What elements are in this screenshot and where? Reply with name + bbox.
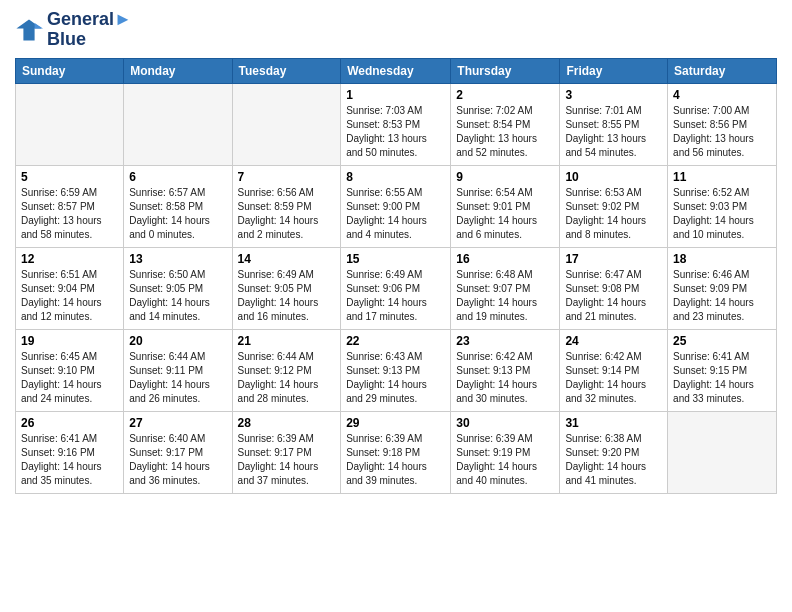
day-info: Sunrise: 6:52 AMSunset: 9:03 PMDaylight:… — [673, 186, 771, 242]
day-number: 24 — [565, 334, 662, 348]
calendar-cell: 20Sunrise: 6:44 AMSunset: 9:11 PMDayligh… — [124, 329, 232, 411]
weekday-header-friday: Friday — [560, 58, 668, 83]
calendar-cell: 8Sunrise: 6:55 AMSunset: 9:00 PMDaylight… — [341, 165, 451, 247]
day-info: Sunrise: 6:50 AMSunset: 9:05 PMDaylight:… — [129, 268, 226, 324]
day-info: Sunrise: 6:41 AMSunset: 9:15 PMDaylight:… — [673, 350, 771, 406]
calendar-cell: 26Sunrise: 6:41 AMSunset: 9:16 PMDayligh… — [16, 411, 124, 493]
day-number: 27 — [129, 416, 226, 430]
day-info: Sunrise: 6:44 AMSunset: 9:11 PMDaylight:… — [129, 350, 226, 406]
calendar-cell: 24Sunrise: 6:42 AMSunset: 9:14 PMDayligh… — [560, 329, 668, 411]
weekday-header-row: SundayMondayTuesdayWednesdayThursdayFrid… — [16, 58, 777, 83]
calendar-cell: 11Sunrise: 6:52 AMSunset: 9:03 PMDayligh… — [668, 165, 777, 247]
header: General► Blue — [15, 10, 777, 50]
calendar-cell: 5Sunrise: 6:59 AMSunset: 8:57 PMDaylight… — [16, 165, 124, 247]
day-number: 4 — [673, 88, 771, 102]
weekday-header-thursday: Thursday — [451, 58, 560, 83]
calendar-cell: 7Sunrise: 6:56 AMSunset: 8:59 PMDaylight… — [232, 165, 341, 247]
day-number: 22 — [346, 334, 445, 348]
day-info: Sunrise: 6:47 AMSunset: 9:08 PMDaylight:… — [565, 268, 662, 324]
day-info: Sunrise: 6:49 AMSunset: 9:05 PMDaylight:… — [238, 268, 336, 324]
day-number: 28 — [238, 416, 336, 430]
day-number: 14 — [238, 252, 336, 266]
calendar-cell: 23Sunrise: 6:42 AMSunset: 9:13 PMDayligh… — [451, 329, 560, 411]
day-info: Sunrise: 6:46 AMSunset: 9:09 PMDaylight:… — [673, 268, 771, 324]
svg-marker-1 — [35, 23, 43, 29]
day-info: Sunrise: 6:42 AMSunset: 9:13 PMDaylight:… — [456, 350, 554, 406]
day-number: 2 — [456, 88, 554, 102]
week-row-4: 19Sunrise: 6:45 AMSunset: 9:10 PMDayligh… — [16, 329, 777, 411]
day-info: Sunrise: 6:38 AMSunset: 9:20 PMDaylight:… — [565, 432, 662, 488]
calendar-cell: 18Sunrise: 6:46 AMSunset: 9:09 PMDayligh… — [668, 247, 777, 329]
calendar-cell: 9Sunrise: 6:54 AMSunset: 9:01 PMDaylight… — [451, 165, 560, 247]
calendar-cell: 4Sunrise: 7:00 AMSunset: 8:56 PMDaylight… — [668, 83, 777, 165]
day-number: 8 — [346, 170, 445, 184]
day-info: Sunrise: 6:57 AMSunset: 8:58 PMDaylight:… — [129, 186, 226, 242]
day-info: Sunrise: 6:44 AMSunset: 9:12 PMDaylight:… — [238, 350, 336, 406]
day-number: 9 — [456, 170, 554, 184]
calendar-cell: 10Sunrise: 6:53 AMSunset: 9:02 PMDayligh… — [560, 165, 668, 247]
day-number: 1 — [346, 88, 445, 102]
day-number: 13 — [129, 252, 226, 266]
day-number: 26 — [21, 416, 118, 430]
calendar-cell: 2Sunrise: 7:02 AMSunset: 8:54 PMDaylight… — [451, 83, 560, 165]
logo-text: General► Blue — [47, 10, 132, 50]
calendar-cell: 31Sunrise: 6:38 AMSunset: 9:20 PMDayligh… — [560, 411, 668, 493]
day-number: 6 — [129, 170, 226, 184]
day-info: Sunrise: 6:48 AMSunset: 9:07 PMDaylight:… — [456, 268, 554, 324]
day-number: 25 — [673, 334, 771, 348]
day-info: Sunrise: 6:51 AMSunset: 9:04 PMDaylight:… — [21, 268, 118, 324]
calendar-cell: 25Sunrise: 6:41 AMSunset: 9:15 PMDayligh… — [668, 329, 777, 411]
calendar-cell — [232, 83, 341, 165]
weekday-header-tuesday: Tuesday — [232, 58, 341, 83]
week-row-3: 12Sunrise: 6:51 AMSunset: 9:04 PMDayligh… — [16, 247, 777, 329]
logo-icon — [15, 16, 43, 44]
day-info: Sunrise: 6:59 AMSunset: 8:57 PMDaylight:… — [21, 186, 118, 242]
calendar-cell: 27Sunrise: 6:40 AMSunset: 9:17 PMDayligh… — [124, 411, 232, 493]
calendar-cell: 30Sunrise: 6:39 AMSunset: 9:19 PMDayligh… — [451, 411, 560, 493]
day-info: Sunrise: 6:45 AMSunset: 9:10 PMDaylight:… — [21, 350, 118, 406]
day-info: Sunrise: 6:55 AMSunset: 9:00 PMDaylight:… — [346, 186, 445, 242]
day-number: 10 — [565, 170, 662, 184]
day-number: 3 — [565, 88, 662, 102]
day-number: 7 — [238, 170, 336, 184]
day-info: Sunrise: 6:41 AMSunset: 9:16 PMDaylight:… — [21, 432, 118, 488]
day-number: 29 — [346, 416, 445, 430]
day-number: 16 — [456, 252, 554, 266]
calendar-cell: 19Sunrise: 6:45 AMSunset: 9:10 PMDayligh… — [16, 329, 124, 411]
calendar-cell: 17Sunrise: 6:47 AMSunset: 9:08 PMDayligh… — [560, 247, 668, 329]
day-info: Sunrise: 7:01 AMSunset: 8:55 PMDaylight:… — [565, 104, 662, 160]
calendar-cell: 28Sunrise: 6:39 AMSunset: 9:17 PMDayligh… — [232, 411, 341, 493]
calendar-cell: 6Sunrise: 6:57 AMSunset: 8:58 PMDaylight… — [124, 165, 232, 247]
calendar-cell: 14Sunrise: 6:49 AMSunset: 9:05 PMDayligh… — [232, 247, 341, 329]
day-number: 12 — [21, 252, 118, 266]
calendar-cell: 21Sunrise: 6:44 AMSunset: 9:12 PMDayligh… — [232, 329, 341, 411]
day-number: 18 — [673, 252, 771, 266]
calendar-cell: 22Sunrise: 6:43 AMSunset: 9:13 PMDayligh… — [341, 329, 451, 411]
day-info: Sunrise: 6:43 AMSunset: 9:13 PMDaylight:… — [346, 350, 445, 406]
week-row-1: 1Sunrise: 7:03 AMSunset: 8:53 PMDaylight… — [16, 83, 777, 165]
svg-marker-0 — [16, 19, 41, 40]
week-row-2: 5Sunrise: 6:59 AMSunset: 8:57 PMDaylight… — [16, 165, 777, 247]
day-info: Sunrise: 6:56 AMSunset: 8:59 PMDaylight:… — [238, 186, 336, 242]
calendar-cell: 13Sunrise: 6:50 AMSunset: 9:05 PMDayligh… — [124, 247, 232, 329]
day-number: 21 — [238, 334, 336, 348]
weekday-header-sunday: Sunday — [16, 58, 124, 83]
calendar-cell — [668, 411, 777, 493]
day-number: 15 — [346, 252, 445, 266]
day-number: 11 — [673, 170, 771, 184]
day-number: 5 — [21, 170, 118, 184]
day-info: Sunrise: 7:00 AMSunset: 8:56 PMDaylight:… — [673, 104, 771, 160]
day-info: Sunrise: 6:39 AMSunset: 9:19 PMDaylight:… — [456, 432, 554, 488]
day-info: Sunrise: 7:03 AMSunset: 8:53 PMDaylight:… — [346, 104, 445, 160]
day-number: 31 — [565, 416, 662, 430]
page: General► Blue SundayMondayTuesdayWednesd… — [0, 0, 792, 612]
calendar-cell: 16Sunrise: 6:48 AMSunset: 9:07 PMDayligh… — [451, 247, 560, 329]
logo: General► Blue — [15, 10, 132, 50]
day-info: Sunrise: 6:39 AMSunset: 9:18 PMDaylight:… — [346, 432, 445, 488]
day-number: 17 — [565, 252, 662, 266]
day-number: 19 — [21, 334, 118, 348]
weekday-header-wednesday: Wednesday — [341, 58, 451, 83]
calendar-cell: 29Sunrise: 6:39 AMSunset: 9:18 PMDayligh… — [341, 411, 451, 493]
calendar-cell: 15Sunrise: 6:49 AMSunset: 9:06 PMDayligh… — [341, 247, 451, 329]
calendar-table: SundayMondayTuesdayWednesdayThursdayFrid… — [15, 58, 777, 494]
